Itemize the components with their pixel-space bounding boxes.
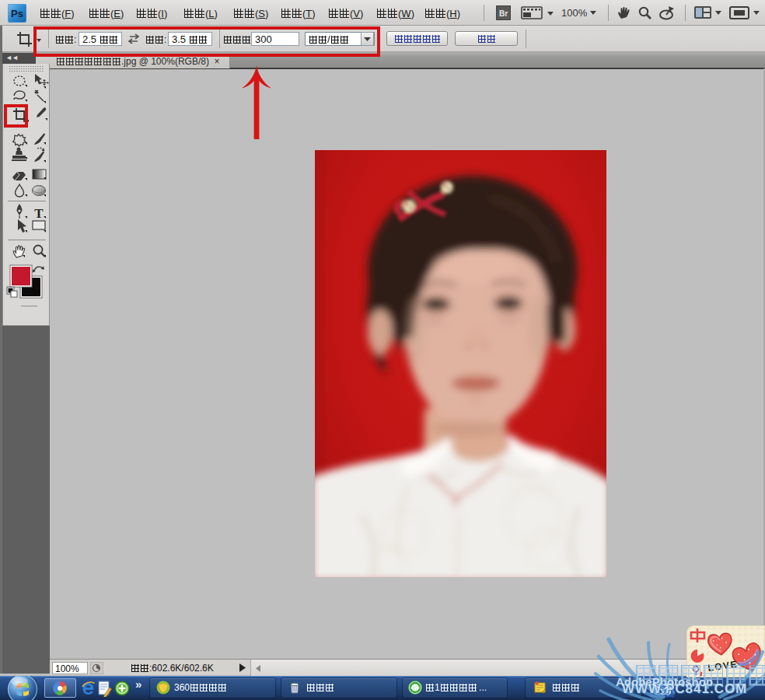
svg-text:T: T — [34, 206, 44, 221]
svg-text:Br: Br — [499, 9, 508, 18]
svg-text:Ps: Ps — [11, 8, 23, 19]
